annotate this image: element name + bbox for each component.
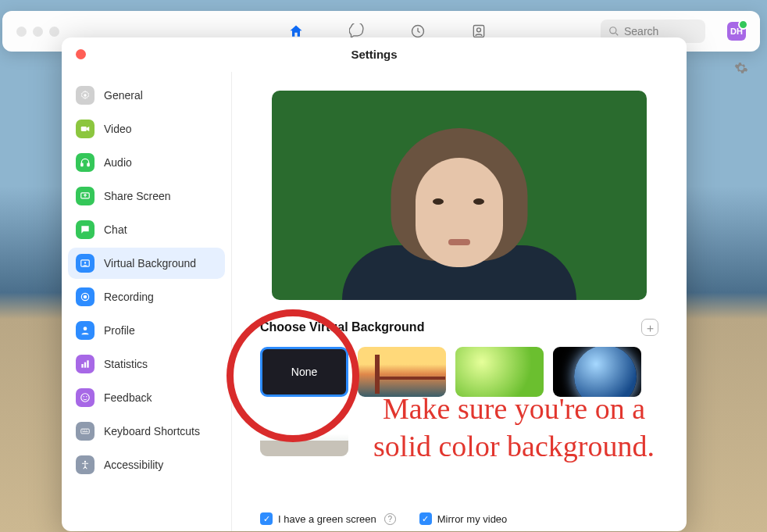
bg-thumb-none[interactable]: None xyxy=(260,347,348,397)
svg-point-18 xyxy=(83,396,84,398)
sidebar-item-label: Video xyxy=(104,123,132,135)
bg-thumb-grass[interactable] xyxy=(455,347,544,397)
keyboard-icon xyxy=(76,422,95,441)
video-preview xyxy=(272,91,647,300)
profile-icon xyxy=(76,321,95,340)
sidebar-item-label: General xyxy=(104,89,143,102)
svg-point-19 xyxy=(86,396,87,398)
svg-rect-16 xyxy=(87,360,88,367)
bg-thumb-bridge[interactable] xyxy=(358,347,446,397)
svg-rect-15 xyxy=(84,362,86,368)
svg-point-12 xyxy=(84,295,87,299)
svg-point-10 xyxy=(84,262,86,263)
share-screen-icon xyxy=(76,187,95,205)
chat-icon xyxy=(76,220,95,239)
sidebar-item-video[interactable]: Video xyxy=(68,113,225,145)
sidebar-item-chat[interactable]: Chat xyxy=(68,214,225,245)
gear-icon[interactable] xyxy=(734,61,748,75)
sidebar-item-audio[interactable]: Audio xyxy=(68,147,225,178)
bg-thumb-room[interactable] xyxy=(260,406,348,456)
sidebar-item-label: Feedback xyxy=(104,391,152,404)
checkbox-checked-icon: ✓ xyxy=(260,512,273,525)
record-icon xyxy=(76,287,95,306)
checkbox-label: Mirror my video xyxy=(437,513,508,525)
sidebar-item-virtual-background[interactable]: Virtual Background xyxy=(68,248,225,279)
sidebar-item-label: Recording xyxy=(104,291,154,303)
svg-point-17 xyxy=(81,394,90,402)
settings-window: Settings General Video Audio xyxy=(62,37,687,531)
settings-title: Settings xyxy=(351,48,397,61)
help-icon[interactable]: ? xyxy=(384,513,396,525)
thumb-label: None xyxy=(291,366,317,378)
svg-point-13 xyxy=(84,327,87,330)
statistics-icon xyxy=(76,355,95,373)
sidebar-item-label: Audio xyxy=(104,156,132,169)
sidebar-item-feedback[interactable]: Feedback xyxy=(68,382,225,413)
section-title: Choose Virtual Background xyxy=(260,320,424,334)
checkbox-checked-icon: ✓ xyxy=(419,512,432,525)
avatar-initials: DH xyxy=(730,27,743,36)
headphones-icon xyxy=(76,153,95,172)
search-icon xyxy=(608,26,619,37)
person-illustration xyxy=(358,120,561,300)
accessibility-icon xyxy=(76,455,95,474)
green-screen-checkbox[interactable]: ✓ I have a green screen ? xyxy=(260,512,396,525)
traffic-lights xyxy=(16,27,59,37)
svg-rect-6 xyxy=(81,163,83,166)
sidebar-item-label: Statistics xyxy=(104,358,148,370)
traffic-minimize[interactable] xyxy=(33,27,43,37)
svg-point-3 xyxy=(610,27,616,34)
svg-rect-7 xyxy=(87,163,89,166)
sidebar-item-label: Virtual Background xyxy=(104,257,196,270)
sidebar-item-profile[interactable]: Profile xyxy=(68,315,225,346)
svg-rect-1 xyxy=(473,26,483,37)
svg-rect-20 xyxy=(81,429,90,434)
traffic-zoom[interactable] xyxy=(49,27,59,37)
svg-point-2 xyxy=(477,28,481,32)
sidebar-item-label: Keyboard Shortcuts xyxy=(104,425,200,437)
gear-icon xyxy=(76,86,95,105)
add-background-button[interactable]: ＋ xyxy=(641,319,658,336)
traffic-close[interactable] xyxy=(16,27,27,37)
avatar[interactable]: DH xyxy=(727,22,746,41)
background-thumbnails: None xyxy=(260,347,658,456)
feedback-icon xyxy=(76,388,95,407)
sidebar-item-accessibility[interactable]: Accessibility xyxy=(68,449,225,480)
virtual-bg-icon xyxy=(76,254,95,273)
video-icon xyxy=(76,120,95,138)
sidebar-item-recording[interactable]: Recording xyxy=(68,281,225,312)
settings-titlebar: Settings xyxy=(62,37,687,72)
svg-rect-14 xyxy=(81,364,83,368)
settings-sidebar: General Video Audio Share Screen xyxy=(62,72,232,531)
search-placeholder: Search xyxy=(624,25,658,37)
sidebar-item-keyboard-shortcuts[interactable]: Keyboard Shortcuts xyxy=(68,416,225,447)
bg-thumb-earth[interactable] xyxy=(553,347,641,397)
close-icon[interactable] xyxy=(76,49,86,59)
svg-rect-5 xyxy=(81,127,87,131)
svg-point-4 xyxy=(84,94,87,97)
sidebar-item-label: Share Screen xyxy=(104,190,171,202)
sidebar-item-label: Chat xyxy=(104,223,127,236)
sidebar-item-general[interactable]: General xyxy=(68,80,225,111)
svg-point-21 xyxy=(84,461,86,462)
options-row: ✓ I have a green screen ? ✓ Mirror my vi… xyxy=(260,512,658,525)
mirror-video-checkbox[interactable]: ✓ Mirror my video xyxy=(419,512,508,525)
sidebar-item-label: Profile xyxy=(104,324,135,337)
checkbox-label: I have a green screen xyxy=(278,513,376,525)
sidebar-item-label: Accessibility xyxy=(104,459,163,471)
sidebar-item-statistics[interactable]: Statistics xyxy=(68,348,225,380)
settings-content: Choose Virtual Background ＋ None ✓ I hav… xyxy=(232,72,687,531)
sidebar-item-share-screen[interactable]: Share Screen xyxy=(68,180,225,212)
